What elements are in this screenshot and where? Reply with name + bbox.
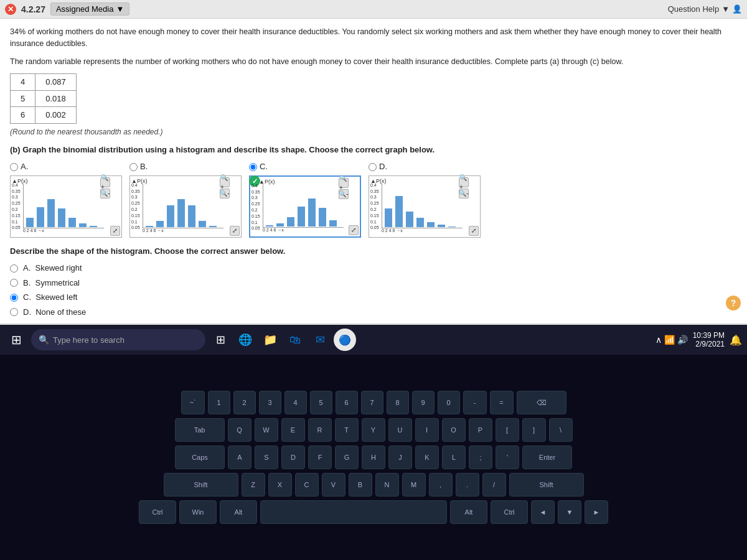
zoom-in-d[interactable]: 🔍+	[459, 177, 469, 187]
key-k[interactable]: K	[415, 446, 439, 469]
assigned-media-button[interactable]: Assigned Media ▼	[50, 2, 129, 16]
key-tab[interactable]: Tab	[175, 418, 225, 442]
key-tilde[interactable]: ~`	[181, 391, 205, 414]
key-e[interactable]: E	[281, 418, 305, 442]
expand-d[interactable]: ⤢	[469, 226, 479, 236]
key-u[interactable]: U	[388, 418, 412, 442]
graph-radio-c[interactable]	[249, 163, 257, 171]
key-equals[interactable]: =	[490, 391, 514, 414]
key-a[interactable]: A	[228, 446, 251, 469]
key-4[interactable]: 4	[284, 391, 307, 414]
key-o[interactable]: O	[442, 418, 466, 442]
key-arrow-left[interactable]: ◄	[531, 500, 555, 524]
close-button[interactable]: ✕	[5, 4, 16, 15]
key-8[interactable]: 8	[387, 391, 409, 414]
taskbar-search-box[interactable]: 🔍 Type here to search	[31, 329, 205, 350]
key-quote[interactable]: '	[496, 446, 519, 469]
key-arrow-right[interactable]: ►	[585, 500, 608, 524]
key-q[interactable]: Q	[228, 418, 251, 442]
graph-option-b[interactable]: B. ▲P(x) 0.40.350.30.250.20.150.10.05	[129, 161, 242, 238]
graph-radio-a[interactable]	[10, 163, 18, 171]
key-3[interactable]: 3	[259, 391, 281, 414]
shape-radio-a[interactable]	[10, 264, 18, 273]
graph-option-c[interactable]: C. ✓ ▲P(x) 0.40.350.30.250.20.150.10.05	[249, 161, 361, 238]
key-shift-left[interactable]: Shift	[164, 473, 238, 497]
key-i[interactable]: I	[415, 418, 439, 442]
shape-radio-c[interactable]	[10, 294, 18, 302]
zoom-out-d[interactable]: 🔍-	[459, 189, 469, 198]
key-capslock[interactable]: Caps	[175, 446, 225, 469]
key-f[interactable]: F	[308, 446, 332, 469]
answer-choice-a[interactable]: A. Skewed right	[10, 262, 737, 274]
sound-icon[interactable]: 🔊	[677, 335, 688, 345]
shape-radio-d[interactable]	[10, 308, 18, 316]
key-w[interactable]: W	[255, 418, 278, 442]
key-p[interactable]: P	[469, 418, 492, 442]
store-button[interactable]: 🛍	[284, 329, 306, 351]
edge-button[interactable]: 🌐	[234, 329, 256, 351]
expand-b[interactable]: ⤢	[230, 226, 240, 236]
chrome-button[interactable]: 🔵	[334, 329, 356, 351]
file-explorer-button[interactable]: 📁	[259, 329, 281, 351]
key-y[interactable]: Y	[362, 418, 385, 442]
key-5[interactable]: 5	[310, 391, 332, 414]
key-ctrl-left[interactable]: Ctrl	[139, 500, 176, 524]
key-l[interactable]: L	[442, 446, 466, 469]
question-help-button[interactable]: Question Help ▼ 👤	[668, 4, 742, 14]
help-circle-button[interactable]: ?	[726, 296, 741, 310]
shape-radio-b[interactable]	[10, 279, 18, 287]
key-backslash[interactable]: \	[549, 418, 573, 442]
key-6[interactable]: 6	[336, 391, 358, 414]
key-2[interactable]: 2	[233, 391, 256, 414]
key-bracket-left[interactable]: [	[496, 418, 519, 442]
key-g[interactable]: G	[335, 446, 359, 469]
key-z[interactable]: Z	[242, 473, 265, 497]
answer-choice-d[interactable]: D. None of these	[10, 306, 737, 319]
key-slash[interactable]: /	[482, 473, 506, 497]
key-m[interactable]: M	[402, 473, 426, 497]
start-button[interactable]: ⊞	[5, 329, 27, 351]
key-7[interactable]: 7	[361, 391, 383, 414]
task-view-button[interactable]: ⊞	[209, 329, 232, 351]
key-v[interactable]: V	[322, 473, 345, 497]
key-1[interactable]: 1	[208, 391, 230, 414]
zoom-in-a[interactable]: 🔍+	[100, 177, 110, 187]
key-space[interactable]	[260, 500, 447, 524]
expand-c[interactable]: ⤢	[349, 225, 359, 235]
key-r[interactable]: R	[308, 418, 332, 442]
network-icon[interactable]: 📶	[664, 335, 675, 345]
expand-a[interactable]: ⤢	[110, 226, 120, 236]
graph-d-box[interactable]: ▲P(x) 0.40.350.30.250.20.150.10.05 0 2 4	[369, 175, 481, 238]
graph-c-box[interactable]: ✓ ▲P(x) 0.40.350.30.250.20.150.10.05	[249, 175, 361, 238]
key-enter[interactable]: Enter	[522, 446, 572, 469]
tray-up-icon[interactable]: ∧	[655, 335, 662, 345]
graph-radio-b[interactable]	[129, 163, 138, 171]
key-minus[interactable]: -	[463, 391, 487, 414]
key-x[interactable]: X	[268, 473, 292, 497]
key-alt-right[interactable]: Alt	[450, 500, 487, 524]
key-shift-right[interactable]: Shift	[509, 473, 584, 497]
key-t[interactable]: T	[335, 418, 359, 442]
zoom-out-a[interactable]: 🔍-	[100, 189, 110, 198]
zoom-out-b[interactable]: 🔍-	[220, 189, 230, 198]
mail-button[interactable]: ✉	[309, 329, 331, 351]
notification-icon[interactable]: 🔔	[730, 334, 742, 346]
key-ctrl-right[interactable]: Ctrl	[491, 500, 528, 524]
graph-option-a[interactable]: A. ▲P(x) 0.40.350.30.250.20.150.10.05	[10, 161, 122, 238]
key-semicolon[interactable]: ;	[469, 446, 492, 469]
key-h[interactable]: H	[362, 446, 385, 469]
graph-a-box[interactable]: ▲P(x) 0.40.350.30.250.20.150.10.05	[10, 175, 122, 238]
zoom-out-c[interactable]: 🔍-	[339, 189, 349, 199]
answer-choice-c[interactable]: C. Skewed left	[10, 291, 737, 304]
key-win[interactable]: Win	[179, 500, 217, 524]
key-d[interactable]: D	[281, 446, 305, 469]
key-9[interactable]: 9	[412, 391, 435, 414]
key-backspace[interactable]: ⌫	[517, 391, 566, 414]
key-s[interactable]: S	[255, 446, 278, 469]
graph-radio-d[interactable]	[369, 163, 377, 171]
key-bracket-right[interactable]: ]	[522, 418, 546, 442]
taskbar-clock[interactable]: 10:39 PM 2/9/2021	[693, 331, 725, 348]
answer-choice-b[interactable]: B. Symmetrical	[10, 277, 737, 289]
key-j[interactable]: J	[388, 446, 412, 469]
graph-option-d[interactable]: D. ▲P(x) 0.40.350.30.250.20.150.10.05	[369, 161, 481, 238]
